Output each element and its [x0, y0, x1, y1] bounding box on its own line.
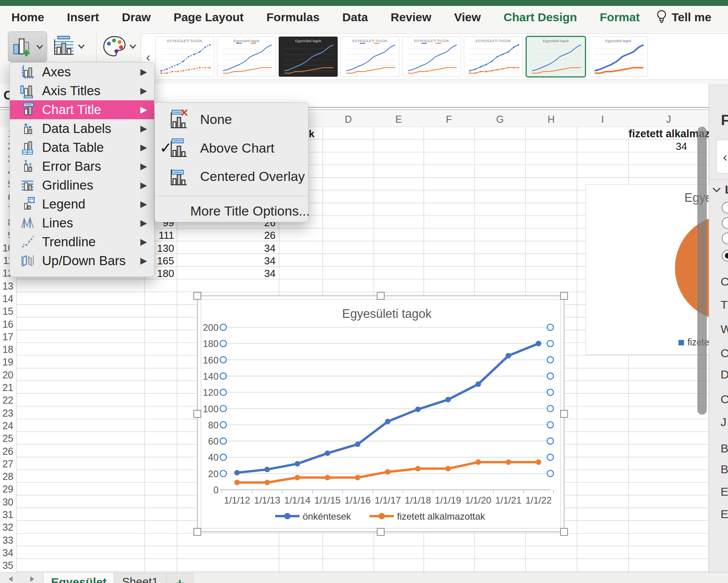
sheet-nav-arrows[interactable] — [0, 573, 43, 583]
pane-radio-option-2[interactable] — [722, 217, 728, 229]
pane-option-label-clipped: B — [721, 442, 728, 455]
row-number-18[interactable]: 18 — [0, 344, 13, 355]
column-header-D[interactable]: D — [345, 114, 352, 125]
tab-home[interactable]: Home — [11, 11, 44, 24]
add-chart-button[interactable] — [8, 31, 47, 62]
menu-item-legend[interactable]: Legend ▶ — [10, 195, 154, 214]
menu-item-trendline[interactable]: Trendline ▶ — [10, 232, 154, 251]
cell-value: 34 — [197, 255, 276, 267]
thumbnail-chart — [279, 37, 337, 76]
quick-layout-button[interactable] — [50, 31, 87, 61]
pane-radio-option-1[interactable] — [722, 202, 728, 214]
chart-style-thumbnail-1[interactable]: EGYESÜLETI TAGOK — [155, 37, 214, 77]
chart-style-thumbnail-6[interactable]: EGYESÜLETI TAGOK — [464, 37, 523, 77]
tab-data[interactable]: Data — [342, 11, 368, 24]
menu-item-up-down-bars[interactable]: Up/Down Bars ▶ — [10, 251, 154, 270]
pane-radio-option-4[interactable] — [722, 250, 728, 262]
row-number-20[interactable]: 20 — [0, 369, 13, 381]
chart-style-thumbnail-5[interactable]: EGYESÜLETI TAGOK — [402, 37, 461, 77]
pane-collapse-button[interactable]: ‹ — [716, 140, 728, 173]
row-number-34[interactable]: 34 — [0, 547, 13, 559]
row-number-25[interactable]: 25 — [0, 433, 13, 444]
prev-sheet-icon[interactable] — [7, 576, 14, 582]
row-number-26[interactable]: 26 — [0, 446, 13, 457]
add-chart-element-icon — [11, 36, 33, 58]
row-number-13[interactable]: 13 — [0, 280, 13, 292]
add-sheet-button[interactable]: + — [167, 573, 193, 583]
sheet-tab-label: Egyesület — [51, 576, 107, 583]
data-table-icon — [20, 140, 35, 155]
tab-view[interactable]: View — [454, 11, 481, 24]
sheet-tab-sheet1[interactable]: Sheet1 — [114, 573, 167, 583]
row-number-24[interactable]: 24 — [0, 420, 13, 432]
format-task-pane: F ‹ L CTWCDCJBBEE — [709, 84, 728, 583]
sheet-tab-egyesulet[interactable]: Egyesület — [44, 573, 114, 583]
menu-item-gridlines[interactable]: Gridlines ▶ — [10, 176, 154, 195]
row-number-21[interactable]: 21 — [0, 382, 13, 393]
tab-page-layout[interactable]: Page Layout — [173, 11, 243, 24]
menu-item-label: Axis Titles — [42, 83, 101, 98]
tab-chart-design[interactable]: Chart Design — [504, 11, 577, 24]
column-header-H[interactable]: H — [548, 114, 555, 125]
column-header-E[interactable]: E — [395, 114, 402, 125]
row-number-16[interactable]: 16 — [0, 319, 13, 330]
menu-item-label: Legend — [42, 197, 85, 212]
pane-section-header[interactable]: L — [711, 183, 728, 196]
cell-J1: fizetett alkalmazot — [629, 128, 709, 140]
tellme-button[interactable]: Tell me — [656, 9, 711, 25]
tab-format[interactable]: Format — [600, 11, 640, 24]
row-number-14[interactable]: 14 — [0, 293, 13, 304]
column-header-F[interactable]: F — [446, 114, 452, 125]
row-number-22[interactable]: 22 — [0, 395, 13, 406]
menu-item-data-table[interactable]: Data Table ▶ — [10, 138, 154, 157]
chart-title-submenu: None✓ Above Chart Centered OverlayMore T… — [154, 102, 309, 222]
row-number-19[interactable]: 19 — [0, 356, 13, 368]
tab-insert[interactable]: Insert — [67, 11, 99, 24]
row-number-33[interactable]: 33 — [0, 535, 13, 546]
column-header-I[interactable]: I — [601, 114, 604, 125]
submenu-arrow-icon: ▶ — [140, 199, 147, 209]
chart-style-thumbnail-7[interactable]: Egyesületi tagok — [526, 36, 586, 77]
menu-item-axes[interactable]: Axes ▶ — [10, 63, 154, 81]
row-number-17[interactable]: 17 — [0, 331, 13, 343]
tab-formulas[interactable]: Formulas — [267, 11, 320, 24]
vertical-scrollbar[interactable] — [697, 127, 707, 415]
chart-style-thumbnail-2[interactable]: Egyesületi tagok — [217, 37, 276, 77]
column-header-J[interactable]: J — [666, 114, 671, 125]
row-number-27[interactable]: 27 — [0, 458, 13, 470]
next-sheet-icon[interactable] — [29, 576, 36, 582]
pane-radio-option-3[interactable] — [722, 232, 728, 244]
submenu-item-more-title-options[interactable]: More Title Options... — [190, 200, 310, 222]
chart-title-icon — [20, 102, 35, 117]
chart-style-thumbnail-8[interactable]: Egyesületi tagok — [589, 37, 648, 77]
thumbnail-chart — [217, 37, 276, 76]
menu-item-label: Trendline — [42, 234, 96, 249]
chart-style-thumbnail-3[interactable]: Egyesületi tagok — [279, 37, 338, 77]
submenu-item-label: None — [200, 112, 232, 127]
menu-item-axis-titles[interactable]: Axis Titles ▶ — [10, 81, 154, 100]
menu-item-label: Axes — [42, 65, 71, 79]
pie-chart-partial[interactable]: Egyes fizetett a — [586, 184, 709, 355]
row-number-35[interactable]: 35 — [0, 560, 13, 571]
row-number-29[interactable]: 29 — [0, 483, 13, 495]
chart-style-thumbnail-4[interactable]: EGYESÜLETI TAGOK — [340, 37, 399, 77]
menu-item-error-bars[interactable]: Error Bars ▶ — [10, 157, 154, 176]
column-header-G[interactable]: G — [496, 114, 504, 125]
submenu-item-centered-overlay[interactable]: Centered Overlay — [155, 162, 308, 190]
submenu-arrow-icon: ▶ — [140, 142, 147, 153]
menu-item-data-labels[interactable]: Data Labels ▶ — [10, 119, 154, 138]
menu-item-chart-title[interactable]: Chart Title ▶ — [10, 100, 154, 119]
chevron-down-icon — [711, 186, 722, 193]
menu-item-lines[interactable]: Lines ▶ — [10, 214, 154, 232]
row-number-15[interactable]: 15 — [0, 306, 13, 317]
row-number-23[interactable]: 23 — [0, 408, 13, 419]
submenu-item-none[interactable]: None — [155, 105, 308, 133]
tab-review[interactable]: Review — [391, 11, 431, 24]
row-number-32[interactable]: 32 — [0, 522, 13, 533]
row-number-30[interactable]: 30 — [0, 496, 13, 508]
row-number-28[interactable]: 28 — [0, 471, 13, 482]
row-number-31[interactable]: 31 — [0, 509, 13, 520]
change-colors-button[interactable] — [99, 31, 140, 62]
tab-draw[interactable]: Draw — [122, 11, 151, 24]
submenu-item-above-chart[interactable]: ✓ Above Chart — [155, 134, 308, 162]
